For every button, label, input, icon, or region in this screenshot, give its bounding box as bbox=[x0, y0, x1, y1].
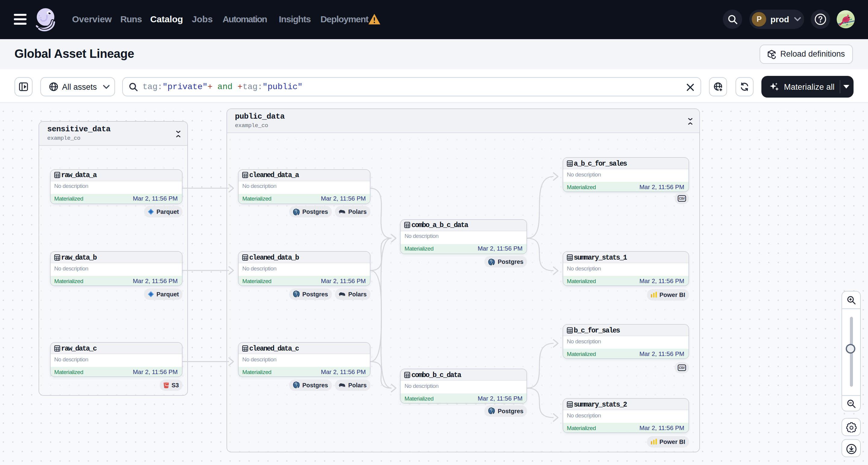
svg-text:CSV: CSV bbox=[679, 197, 685, 200]
svg-text:CSV: CSV bbox=[679, 366, 685, 370]
